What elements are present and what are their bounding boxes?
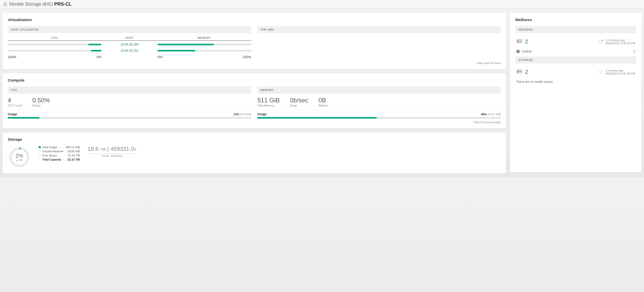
storage-summary[interactable]: 2 2 minutes ago 09/25/2019 3:41:36 PM [515,67,636,79]
cpu-usage-text: 13% of 4 GHz [234,113,251,116]
memory-usage-bar [257,117,501,119]
cpu-count-label: CPU Count [8,104,22,107]
balloon-label: Balloon [318,104,328,107]
scale-label: 0% [97,55,101,59]
balloon-value: 0B [318,97,328,104]
legend-swatch [39,146,41,148]
svg-point-7 [518,42,518,42]
page-title: Nimble Storage dHCI PRS-CL [9,2,72,7]
servers-timestamp: 09/25/2019 3:30:18 PM [606,42,635,45]
col-cpu: CPU [8,36,101,39]
host-utilization-table: CPU HOST MEMORY 10.64.35.204 [8,36,251,59]
total-savings: 18.6 TIB | 459331.0X TOTAL SAVINGS [88,146,137,157]
storage-count: 2 [525,69,528,75]
virtualization-title: Virtualization [8,17,501,22]
legend-value: 395.11 GiB [65,146,80,149]
wellness-title: Wellness [515,17,636,22]
cpu-usage-bar [8,117,251,119]
cpu-ready-label: Ready [32,104,50,107]
legend-value: 22.32 TiB [66,158,80,161]
virtualization-card: Virtualization HOST UTILIZATION CPU HOST… [3,13,506,69]
memory-bar [158,44,251,45]
memory-usage-text: 49% of 511 GiB [481,113,501,116]
cpu-bar [8,44,101,45]
total-savings-label: TOTAL SAVINGS [88,155,137,157]
memory-usage-label: Usage [257,112,267,116]
svg-point-11 [518,70,518,71]
legend-swatch [39,150,41,152]
servers-ago: 13 minutes ago [606,39,635,42]
cpu-usage-label: Usage [8,112,17,116]
critical-issue-row[interactable]: ! Critical 2 [515,49,636,56]
host-utilization-header: HOST UTILIZATION [8,26,251,33]
legend-label: Unused Reserve [42,150,64,153]
breadcrumb: Nimble Storage dHCI PRS-CL [0,0,644,9]
scale-label: 100% [243,55,251,59]
storage-card: Storage 2% ▲ 0% Total Usage [3,132,506,173]
col-host: HOST [101,36,157,39]
legend-label: Total Usage [42,146,58,149]
svg-rect-1 [5,3,7,6]
cpu-ready-value: 0.50% [32,97,50,104]
col-memory: MEMORY [158,36,251,39]
legend-value: 21.92 TiB [67,154,80,157]
storage-icon [516,69,522,75]
svg-point-6 [518,40,518,40]
heartbeat-icon [598,39,604,45]
svg-rect-0 [4,3,5,6]
storage-title: Storage [8,137,501,141]
svg-rect-5 [517,41,522,43]
cpu-header: CPU [8,86,251,94]
virtualization-footnote: Over past 24 hours [257,61,501,65]
svg-rect-9 [517,70,522,71]
memory-total-value: 511 GiB [257,97,280,104]
cpu-count-value: 4 [8,97,22,104]
svg-point-8 [602,40,603,41]
servers-count: 2 [525,38,528,45]
storage-timestamp: 09/25/2019 3:41:36 PM [606,72,635,75]
storage-ago: 2 minutes ago [606,69,635,72]
critical-label: Critical [522,50,531,53]
svg-point-12 [518,72,518,73]
table-row: 10.64.35.251 [8,49,251,52]
memory-total-label: Total Memory [257,104,280,107]
heartbeat-icon [598,69,604,75]
legend-value: 10.00 GiB [66,150,80,153]
top-vms-header: TOP VMS [257,26,501,33]
scale-label: 100% [8,55,16,59]
compute-footnote: Past 6 hours average [8,121,501,124]
storage-legend: Total Usage 395.11 GiB Unused Reserve 10… [39,146,80,162]
compute-title: Compute [8,78,501,82]
servers-summary[interactable]: 2 13 minutes ago 09/25/2019 3:30:18 PM [515,36,636,49]
table-row: 10.64.35.204 [8,43,251,46]
no-health-issues: There are no health issues [515,79,636,85]
critical-icon: ! [516,50,520,53]
storage-header: STORAGE [515,56,636,64]
donut-percent: 2% [16,153,23,159]
svg-rect-10 [517,72,522,73]
svg-rect-4 [517,40,522,41]
compute-card: Compute CPU 4 CPU Count 0.50% Ready [3,73,506,128]
legend-label: Total Capacity [42,158,62,161]
cpu-bar [8,50,101,51]
server-icon [516,39,522,45]
legend-swatch [39,154,41,156]
host-link[interactable]: 10.64.35.251 [101,49,157,52]
swap-label: Swap [290,104,308,107]
legend-label: Free Space [42,154,58,157]
memory-header: MEMORY [257,86,501,94]
scale-label: 0% [158,55,163,59]
memory-bar [158,50,251,51]
stack-icon [3,2,7,6]
donut-delta: ▲ 0% [16,159,23,162]
wellness-card: Wellness SERVERS 2 13 minutes ago 09/25/… [510,13,641,172]
storage-donut: 2% ▲ 0% [8,146,31,169]
critical-count: 2 [633,50,635,53]
host-link[interactable]: 10.64.35.204 [101,43,157,46]
servers-header: SERVERS [515,26,636,33]
swap-value: 0b/sec [290,97,308,104]
